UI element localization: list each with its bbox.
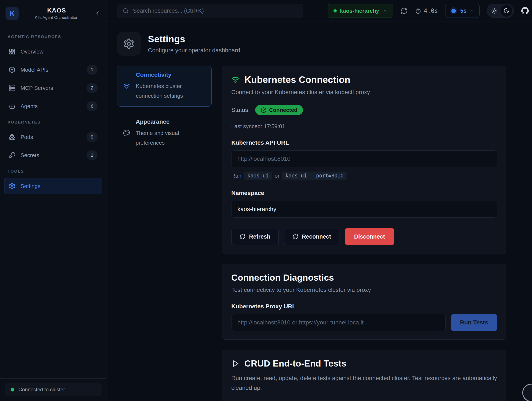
tab-desc: Kubernetes cluster connection settings bbox=[136, 81, 205, 101]
bot-icon bbox=[9, 103, 15, 110]
last-synced: Last synced: 17:59:01 bbox=[231, 123, 497, 130]
nav-section-label: KUBERNETES bbox=[8, 120, 102, 125]
tab-title: Connectivity bbox=[136, 71, 205, 78]
nav-section-tools: TOOLS Settings bbox=[4, 169, 102, 194]
status-row: Status: Connected bbox=[231, 105, 497, 115]
reconnect-button-label: Reconnect bbox=[302, 233, 331, 240]
app-logo: K bbox=[6, 7, 19, 20]
chevron-down-icon bbox=[469, 8, 475, 13]
topbar: kaos-hierarchy 4.0s bbox=[107, 0, 532, 22]
search-icon bbox=[123, 8, 129, 14]
sidebar-item-agents[interactable]: Agents 6 bbox=[4, 98, 102, 114]
namespace-selector[interactable]: kaos-hierarchy bbox=[328, 4, 393, 18]
refresh-icon bbox=[401, 7, 408, 14]
sidebar-item-settings[interactable]: Settings bbox=[4, 178, 102, 194]
nav-section-agentic: AGENTIC RESOURCES Overview Model APIs 1 bbox=[4, 34, 102, 114]
status-label: Status: bbox=[231, 107, 250, 113]
sidebar-item-mcp-servers[interactable]: MCP Servers 2 bbox=[4, 80, 102, 96]
cluster-status-text: Connected to cluster bbox=[19, 387, 65, 393]
logo-letter: K bbox=[10, 10, 14, 17]
refresh-icon bbox=[292, 234, 298, 240]
namespace-selector-value: kaos-hierarchy bbox=[340, 8, 379, 14]
proxy-url-input[interactable] bbox=[231, 314, 446, 331]
github-icon bbox=[521, 7, 529, 15]
refresh-icon bbox=[240, 234, 245, 240]
disconnect-button[interactable]: Disconnect bbox=[345, 228, 394, 245]
github-link[interactable] bbox=[521, 7, 529, 15]
search-input[interactable] bbox=[133, 8, 298, 14]
count-badge: 6 bbox=[87, 101, 98, 111]
dark-mode-button[interactable] bbox=[500, 5, 512, 17]
light-mode-button[interactable] bbox=[491, 8, 498, 14]
page-gear-icon bbox=[117, 32, 141, 56]
app-subtitle: K8s Agent Orchestration bbox=[23, 15, 90, 20]
refresh-button-label: Refresh bbox=[249, 233, 270, 240]
theme-toggle bbox=[487, 4, 514, 18]
floating-widget-button[interactable] bbox=[522, 384, 532, 401]
search-box bbox=[117, 4, 303, 18]
server-icon bbox=[9, 85, 15, 91]
elapsed-time: 4.0s bbox=[424, 7, 438, 14]
sidebar-item-pods[interactable]: Pods 9 bbox=[4, 129, 102, 145]
helper-text: or bbox=[275, 173, 279, 179]
tab-appearance[interactable]: Appearance Theme and visual preferences bbox=[117, 113, 212, 153]
status-badge: Connected bbox=[255, 105, 303, 115]
tab-connectivity[interactable]: Connectivity Kubernetes cluster connecti… bbox=[117, 66, 212, 107]
tab-appearance-text: Appearance Theme and visual preferences bbox=[136, 119, 206, 148]
key-icon bbox=[9, 152, 15, 159]
sidebar-item-label: Pods bbox=[20, 134, 33, 140]
api-url-input[interactable] bbox=[231, 150, 497, 167]
reconnect-button[interactable]: Reconnect bbox=[284, 228, 339, 245]
helper-text: Run bbox=[231, 173, 241, 179]
crud-desc: Run create, read, update, delete tests a… bbox=[231, 373, 497, 393]
palette-icon bbox=[123, 129, 130, 137]
count-badge: 1 bbox=[87, 65, 98, 75]
sidebar-item-model-apis[interactable]: Model APIs 1 bbox=[4, 62, 102, 78]
run-tests-button[interactable]: Run Tests bbox=[451, 314, 497, 331]
sync-button[interactable] bbox=[401, 7, 408, 14]
crud-tests-card: CRUD End-to-End Tests Run create, read, … bbox=[222, 350, 506, 401]
namespace-input[interactable] bbox=[231, 201, 497, 218]
check-circle-icon bbox=[261, 107, 266, 113]
dashboard-icon bbox=[9, 48, 15, 55]
chevron-down-icon bbox=[383, 8, 388, 13]
status-dot-icon bbox=[11, 388, 14, 391]
page-title: Settings bbox=[148, 34, 240, 44]
settings-cards: Kubernetes Connection Connect to your Ku… bbox=[222, 66, 506, 401]
sidebar-item-label: MCP Servers bbox=[20, 85, 53, 91]
main-area: kaos-hierarchy 4.0s bbox=[107, 0, 532, 401]
card-subtitle: Test connectivity to your Kubernetes clu… bbox=[231, 287, 497, 293]
nav-section-label: AGENTIC RESOURCES bbox=[8, 34, 102, 39]
sidebar-item-overview[interactable]: Overview bbox=[4, 43, 102, 60]
connection-diagnostics-card: Connection Diagnostics Test connectivity… bbox=[222, 264, 506, 340]
disconnect-button-label: Disconnect bbox=[354, 233, 385, 240]
settings-subnav: Connectivity Kubernetes cluster connecti… bbox=[117, 66, 212, 153]
interval-dot-icon bbox=[450, 7, 457, 14]
box-icon bbox=[9, 66, 15, 73]
status-badge-text: Connected bbox=[269, 107, 297, 113]
sidebar-item-secrets[interactable]: Secrets 2 bbox=[4, 147, 102, 163]
wifi-icon bbox=[231, 75, 240, 84]
tab-title: Appearance bbox=[136, 119, 206, 125]
card-subtitle: Connect to your Kubernetes cluster via k… bbox=[231, 89, 497, 96]
count-badge: 9 bbox=[87, 132, 98, 142]
sidebar-collapse-button[interactable] bbox=[94, 10, 101, 17]
proxy-row: Run Tests bbox=[231, 310, 497, 331]
kubernetes-connection-card: Kubernetes Connection Connect to your Ku… bbox=[222, 66, 506, 254]
sidebar-footer: Connected to cluster bbox=[0, 378, 106, 401]
boxes-icon bbox=[9, 134, 15, 140]
count-badge: 2 bbox=[87, 150, 98, 160]
nav-section-label: TOOLS bbox=[8, 169, 102, 174]
namespace-label: Namespace bbox=[231, 190, 497, 196]
sun-icon bbox=[491, 8, 498, 14]
refresh-interval-select[interactable]: 5s bbox=[445, 4, 480, 18]
sidebar-item-label: Overview bbox=[20, 48, 43, 55]
code-chip: kaos ui --port=8010 bbox=[282, 171, 347, 180]
cluster-status: Connected to cluster bbox=[5, 383, 101, 396]
crud-tests-header[interactable]: CRUD End-to-End Tests bbox=[231, 358, 497, 369]
sidebar-header: K KAOS K8s Agent Orchestration bbox=[0, 0, 106, 27]
refresh-button[interactable]: Refresh bbox=[231, 228, 279, 245]
code-chip: kaos ui bbox=[244, 171, 272, 180]
card-title: Connection Diagnostics bbox=[231, 273, 497, 283]
sidebar: K KAOS K8s Agent Orchestration AGENTIC R… bbox=[0, 0, 107, 401]
